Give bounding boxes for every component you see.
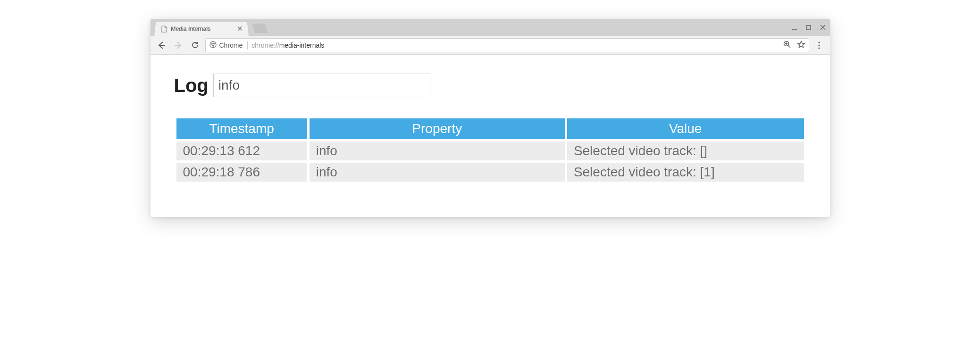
svg-point-5 (818, 44, 820, 46)
site-chip: Chrome (209, 41, 248, 50)
svg-point-4 (818, 42, 820, 43)
window-controls (791, 19, 826, 36)
reload-button[interactable] (188, 38, 202, 52)
back-button[interactable] (154, 38, 168, 52)
close-icon[interactable] (236, 25, 243, 32)
col-property: Property (310, 118, 565, 139)
browser-window: Media Internals (151, 19, 830, 217)
cell-value: Selected video track: [1] (567, 163, 804, 182)
log-header: Log (174, 74, 806, 97)
window-close-icon[interactable] (820, 24, 826, 31)
zoom-icon[interactable] (783, 41, 791, 50)
page-title: Log (174, 75, 209, 96)
forward-button[interactable] (171, 38, 185, 52)
chrome-icon (209, 41, 217, 50)
minimize-icon[interactable] (791, 24, 798, 31)
menu-button[interactable] (812, 38, 826, 52)
tab-strip: Media Internals (151, 19, 830, 36)
log-filter-input[interactable] (213, 74, 430, 97)
url-path: media-internals (279, 42, 325, 49)
cell-value: Selected video track: [] (567, 142, 804, 160)
col-value: Value (567, 118, 804, 139)
site-label-text: Chrome (219, 42, 243, 49)
tab-title: Media Internals (170, 26, 210, 32)
table-header-row: Timestamp Property Value (176, 118, 804, 139)
table-row: 00:29:18 786 info Selected video track: … (176, 163, 804, 182)
file-icon (160, 26, 167, 32)
cell-timestamp: 00:29:13 612 (176, 142, 307, 160)
bookmark-icon[interactable] (797, 41, 805, 50)
browser-toolbar: Chrome chrome://media-internals (151, 36, 830, 55)
new-tab-button[interactable] (252, 24, 268, 33)
url-text: chrome://media-internals (251, 42, 324, 49)
page-content: Log Timestamp Property Value 00:29:13 61… (151, 55, 830, 217)
url-scheme: chrome:// (251, 42, 279, 49)
log-table: Timestamp Property Value 00:29:13 612 in… (174, 116, 806, 184)
cell-property: info (310, 163, 565, 182)
maximize-icon[interactable] (805, 24, 812, 31)
browser-tab[interactable]: Media Internals (154, 22, 249, 36)
svg-rect-0 (806, 25, 811, 30)
col-timestamp: Timestamp (176, 118, 307, 139)
address-bar[interactable]: Chrome chrome://media-internals (205, 38, 809, 52)
svg-point-6 (818, 47, 820, 49)
table-row: 00:29:13 612 info Selected video track: … (176, 142, 804, 160)
cell-timestamp: 00:29:18 786 (176, 163, 307, 182)
cell-property: info (310, 142, 565, 160)
